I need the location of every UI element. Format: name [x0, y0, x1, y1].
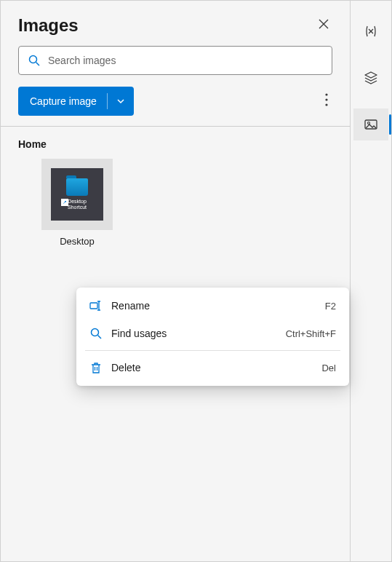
panel-title: Images: [18, 15, 79, 36]
search-box[interactable]: [18, 46, 332, 75]
capture-image-label[interactable]: Capture image: [18, 87, 107, 116]
menu-label: Delete: [111, 362, 321, 373]
svg-point-0: [30, 56, 37, 63]
menu-shortcut: F2: [325, 301, 336, 312]
menu-shortcut: Del: [321, 363, 336, 373]
folder-icon: [66, 178, 88, 196]
layers-icon: [364, 71, 378, 85]
search-input[interactable]: [48, 55, 323, 66]
chevron-down-icon: [116, 97, 125, 106]
thumbnail-inner-caption: Desktop Shortcut: [68, 199, 87, 210]
right-rail: [351, 1, 391, 561]
rail-images-button[interactable]: [353, 108, 388, 140]
shortcut-arrow-icon: ↗: [61, 199, 68, 206]
thumbnail-label: Desktop: [60, 236, 95, 247]
capture-image-dropdown[interactable]: [108, 87, 134, 116]
svg-point-7: [92, 329, 99, 336]
context-menu: Rename F2 Find usages Ctrl+Shift+F Delet…: [76, 288, 349, 386]
menu-label: Find usages: [111, 328, 286, 339]
search-icon: [28, 54, 41, 67]
images-panel: Images Capture image: [1, 1, 351, 561]
more-vertical-icon: [325, 93, 328, 106]
menu-shortcut: Ctrl+Shift+F: [286, 328, 336, 339]
search-icon: [89, 327, 103, 340]
rail-variables-button[interactable]: [353, 15, 388, 47]
svg-point-2: [325, 98, 327, 100]
rail-layers-button[interactable]: [353, 62, 388, 94]
menu-item-rename[interactable]: Rename F2: [76, 292, 349, 320]
delete-icon: [89, 361, 103, 374]
capture-image-button[interactable]: Capture image: [18, 87, 134, 116]
images-icon: [364, 117, 378, 132]
svg-point-3: [325, 103, 327, 106]
rename-icon: [89, 299, 103, 312]
section-title: Home: [18, 138, 332, 150]
variables-icon: [364, 24, 378, 39]
svg-rect-6: [90, 303, 97, 309]
menu-item-delete[interactable]: Delete Del: [76, 354, 349, 381]
more-options-button[interactable]: [321, 89, 332, 114]
close-icon: [318, 18, 329, 30]
menu-item-find-usages[interactable]: Find usages Ctrl+Shift+F: [76, 320, 349, 347]
menu-label: Rename: [111, 300, 325, 312]
svg-point-5: [368, 122, 370, 124]
image-thumbnail[interactable]: ↗ Desktop Shortcut Desktop: [41, 159, 113, 247]
svg-point-1: [325, 93, 327, 95]
close-button[interactable]: [315, 15, 332, 36]
